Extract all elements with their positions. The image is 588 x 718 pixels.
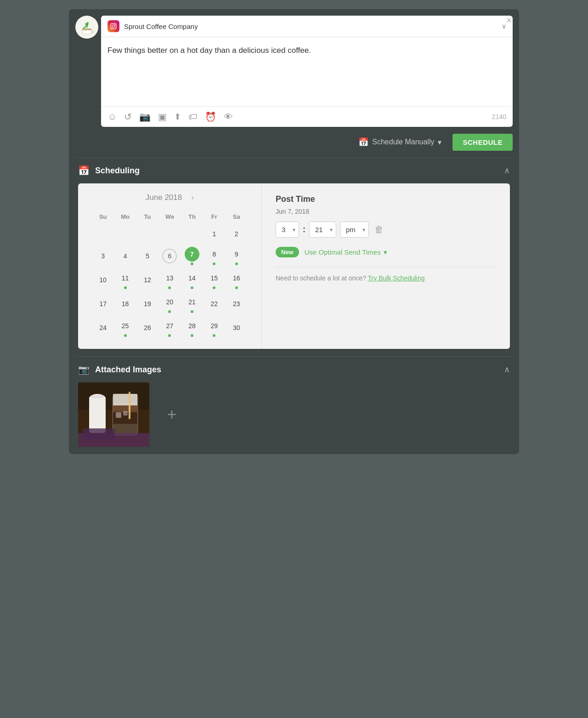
cal-day-empty (114, 225, 136, 243)
history-icon[interactable]: ↺ (124, 111, 132, 122)
cal-day-2[interactable]: 2 (226, 225, 248, 243)
time-colon: : (303, 225, 305, 234)
cal-dot-21 (191, 310, 193, 313)
cal-day-5[interactable]: 5 (136, 245, 158, 267)
cal-dot-9 (235, 262, 238, 265)
cal-day-6[interactable]: 6 (158, 245, 181, 267)
cal-day-14[interactable]: 14 (181, 269, 203, 291)
cal-day-15[interactable]: 15 (203, 269, 225, 291)
cal-day-7[interactable]: 7 (181, 245, 203, 267)
new-badge: New (276, 247, 299, 257)
scheduling-card: June 2018 › Su Mo Tu We Th Fr Sa (78, 183, 510, 349)
cal-dot-27 (168, 334, 171, 337)
cal-day-23[interactable]: 23 (226, 293, 248, 315)
cal-day-8[interactable]: 8 (203, 245, 225, 267)
bulk-text: Need to schedule a lot at once? (276, 274, 366, 282)
cal-day-29[interactable]: 29 (203, 317, 225, 339)
add-image-button[interactable]: + (156, 399, 188, 431)
cal-day-9[interactable]: 9 (226, 245, 248, 267)
cal-day-25[interactable]: 25 (114, 317, 136, 339)
cal-day-21[interactable]: 21 (181, 293, 203, 315)
cal-dot-16 (235, 286, 238, 289)
cal-dot-28 (191, 334, 193, 337)
cal-day-4[interactable]: 4 (114, 245, 136, 267)
post-time-date: Jun 7, 2018 (276, 208, 496, 215)
svg-rect-1 (82, 28, 91, 30)
attached-collapse-icon[interactable]: ∧ (504, 365, 510, 375)
cal-day-13[interactable]: 13 (158, 269, 181, 291)
cal-day-1[interactable]: 1 (203, 225, 225, 243)
alarm-icon[interactable]: ⏰ (205, 111, 216, 122)
char-count: 2140 (492, 113, 506, 120)
cal-day-12[interactable]: 12 (136, 269, 158, 291)
preview-icon[interactable]: 👁 (224, 112, 233, 122)
cal-dot-8 (213, 262, 215, 265)
cal-day-22[interactable]: 22 (203, 293, 225, 315)
svg-point-4 (114, 24, 115, 25)
calendar-next-button[interactable]: › (191, 193, 194, 202)
schedule-button[interactable]: SCHEDULE (452, 134, 513, 151)
svg-rect-9 (91, 395, 104, 398)
calendar-nav: June 2018 › (92, 193, 248, 202)
cal-day-27[interactable]: 27 (158, 317, 181, 339)
svg-rect-18 (83, 428, 115, 440)
scheduling-section: 📅 Scheduling ∧ June 2018 › Su Mo Tu We (69, 158, 519, 356)
cal-day-17[interactable]: 17 (92, 293, 114, 315)
camera-icon[interactable]: 📷 (139, 111, 151, 122)
media-icon[interactable]: ▣ (158, 111, 167, 122)
account-name: Sprout Coffee Company (124, 23, 198, 30)
cal-day-3[interactable]: 3 (92, 245, 114, 267)
scheduling-collapse-icon[interactable]: ∧ (504, 165, 510, 176)
cal-dot-7 (191, 262, 193, 265)
cal-day-empty (92, 225, 114, 243)
hour-select[interactable]: 3 (276, 222, 299, 238)
bulk-schedule-link[interactable]: Try Bulk Scheduling (368, 274, 425, 282)
hour-select-wrapper: 3 (276, 222, 299, 238)
cal-day-28[interactable]: 28 (181, 317, 203, 339)
calendar-days: 1 2 3 4 5 6 7 8 (92, 225, 248, 339)
calendar-weekdays: Su Mo Tu We Th Fr Sa (92, 211, 248, 222)
delete-time-button[interactable]: 🗑 (374, 224, 384, 235)
emoji-icon[interactable]: ☺ (107, 112, 117, 122)
cal-day-16[interactable]: 16 (226, 269, 248, 291)
close-button[interactable]: × (506, 16, 512, 25)
attached-title-text: Attached Images (95, 365, 161, 375)
attached-header: 📷 Attached Images ∧ (78, 364, 510, 375)
upload-icon[interactable]: ⬆ (174, 112, 181, 122)
post-time-title: Post Time (276, 194, 496, 204)
calendar-month-year: June 2018 (146, 193, 182, 202)
weekday-fr: Fr (203, 211, 225, 222)
cal-day-30[interactable]: 30 (226, 317, 248, 339)
cal-day-empty (158, 225, 181, 243)
cal-day-10[interactable]: 10 (92, 269, 114, 291)
cal-day-18[interactable]: 18 (114, 293, 136, 315)
weekday-we: We (158, 211, 181, 222)
main-modal: × (69, 9, 519, 454)
period-select[interactable]: pm (340, 222, 369, 238)
app-logo (75, 16, 98, 39)
cal-day-11[interactable]: 11 (114, 269, 136, 291)
calendar-panel: June 2018 › Su Mo Tu We Th Fr Sa (78, 183, 262, 349)
scheduling-title-text: Scheduling (95, 166, 140, 176)
tag-icon[interactable]: 🏷 (188, 112, 198, 122)
attached-image-thumb[interactable] (78, 382, 149, 447)
cal-day-26[interactable]: 26 (136, 317, 158, 339)
minute-select-wrapper: 21 (309, 222, 336, 238)
cal-dot-20 (168, 310, 171, 313)
svg-rect-14 (116, 412, 121, 418)
cal-day-19[interactable]: 19 (136, 293, 158, 315)
cal-dot-29 (213, 334, 215, 337)
calendar-icon: 📅 (358, 137, 368, 147)
compose-area: Sprout Coffee Company ∨ Few things bette… (101, 16, 513, 127)
cal-day-empty (136, 225, 158, 243)
bulk-schedule-text: Need to schedule a lot at once? Try Bulk… (276, 274, 496, 282)
cal-day-24[interactable]: 24 (92, 317, 114, 339)
cal-day-20[interactable]: 20 (158, 293, 181, 315)
account-left: Sprout Coffee Company (107, 20, 198, 32)
optimal-times-link[interactable]: Use Optimal Send Times ▾ (305, 248, 387, 256)
account-selector[interactable]: Sprout Coffee Company ∨ (101, 16, 513, 37)
compose-toolbar: ☺ ↺ 📷 ▣ ⬆ 🏷 ⏰ 👁 2140 (101, 106, 513, 127)
minute-select[interactable]: 21 (309, 222, 336, 238)
compose-text-area[interactable]: Few things better on a hot day than a de… (101, 37, 513, 106)
schedule-manually-button[interactable]: 📅 Schedule Manually ▾ (353, 133, 447, 151)
